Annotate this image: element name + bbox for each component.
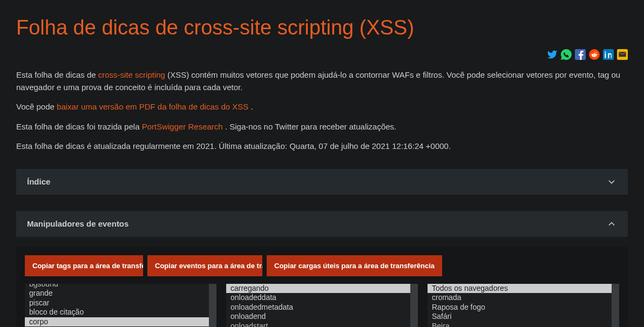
tags-select[interactable]: bgsound grande piscar bloco de citação c… — [25, 284, 216, 328]
list-item[interactable]: onloadend — [226, 312, 418, 322]
accordion-index[interactable]: Índice — [16, 169, 628, 195]
list-item[interactable]: bloco de citação — [25, 308, 216, 317]
page-title: Folha de dicas de cross-site scripting (… — [16, 16, 628, 39]
chevron-up-icon — [606, 219, 617, 229]
twitter-icon[interactable] — [547, 49, 558, 62]
reddit-icon[interactable] — [589, 49, 600, 62]
list-item[interactable]: piscar — [25, 298, 216, 308]
list-item[interactable]: cromada — [428, 293, 619, 303]
list-item-selected[interactable]: corpo — [25, 317, 216, 327]
events-select[interactable]: carregando onloadeddata onloadedmetadata… — [226, 284, 418, 328]
intro-paragraph-1: Esta folha de dicas de cross-site script… — [16, 69, 628, 93]
scrollbar[interactable] — [209, 284, 216, 328]
list-item[interactable]: grande — [25, 289, 216, 298]
whatsapp-icon[interactable] — [561, 49, 572, 62]
social-share-bar — [16, 49, 628, 62]
intro-paragraph-4: Esta folha de dicas é atualizada regular… — [16, 140, 628, 153]
list-item[interactable]: onloadedmetadata — [226, 303, 418, 312]
link-xss[interactable]: cross-site scripting — [98, 70, 165, 79]
email-icon[interactable] — [617, 49, 628, 62]
scrollbar[interactable] — [612, 284, 619, 328]
facebook-icon[interactable] — [575, 49, 586, 62]
list-item[interactable]: Beira — [428, 322, 619, 328]
accordion-event-handlers[interactable]: Manipuladores de eventos — [16, 211, 628, 237]
list-item[interactable]: Raposa de fogo — [428, 303, 619, 312]
copy-payloads-button[interactable]: Copiar cargas úteis para a área de trans… — [267, 255, 442, 276]
copy-events-button[interactable]: Copiar eventos para a área de transferên… — [147, 255, 262, 276]
list-item[interactable]: onloadstart — [226, 322, 418, 328]
list-item[interactable]: Safári — [428, 312, 619, 322]
link-pdf-download[interactable]: baixar uma versão em PDF da folha de dic… — [57, 102, 250, 111]
browsers-select[interactable]: Todos os navegadores cromada Raposa de f… — [428, 284, 619, 328]
accordion-handlers-title: Manipuladores de eventos — [27, 219, 128, 228]
panel-event-handlers: Copiar tags para a área de transferência… — [16, 247, 628, 328]
list-item-selected[interactable]: Todos os navegadores — [428, 284, 619, 294]
list-item-selected[interactable]: carregando — [226, 284, 418, 294]
list-item[interactable]: bgsound — [25, 284, 216, 289]
copy-tags-button[interactable]: Copiar tags para a área de transferência — [25, 255, 143, 276]
chevron-down-icon — [606, 176, 617, 187]
link-portswigger-research[interactable]: PortSwigger Research — [142, 122, 225, 131]
intro-paragraph-3: Esta folha de dicas foi trazida pela Por… — [16, 121, 628, 133]
list-item[interactable]: onloadeddata — [226, 293, 418, 303]
linkedin-icon[interactable] — [603, 49, 614, 62]
accordion-index-title: Índice — [27, 177, 50, 186]
scrollbar[interactable] — [410, 284, 418, 328]
intro-paragraph-2: Você pode baixar uma versão em PDF da fo… — [16, 101, 628, 113]
